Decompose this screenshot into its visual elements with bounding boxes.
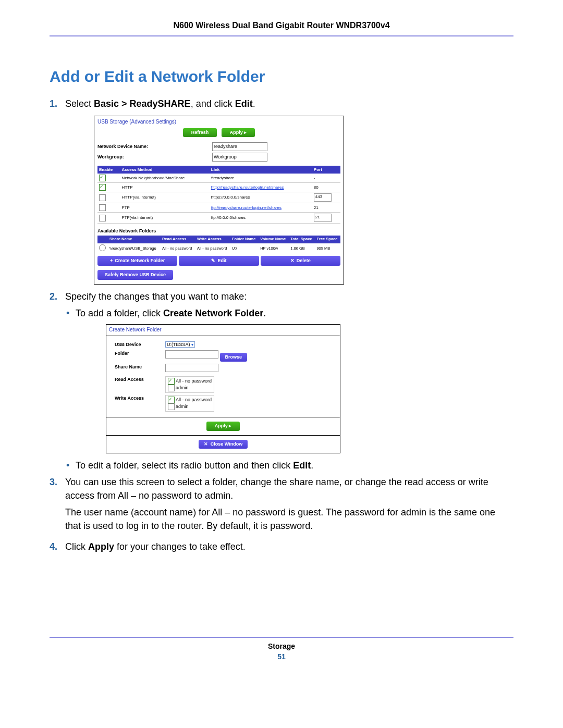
- read-all-checkbox[interactable]: [168, 378, 175, 385]
- panel2-title: Create Network Folder: [106, 325, 340, 336]
- enable-checkbox[interactable]: [99, 184, 106, 191]
- share-link[interactable]: http://readyshare.routerlogin.net/shares: [211, 185, 284, 190]
- table-row: Network Neighborhood/MacShare\\readyshar…: [97, 174, 340, 183]
- write-admin-checkbox[interactable]: [168, 403, 175, 410]
- table-row: HTTPhttp://readyshare.routerlogin.net/sh…: [97, 183, 340, 192]
- refresh-button[interactable]: Refresh: [183, 128, 217, 137]
- enable-checkbox[interactable]: [99, 175, 106, 181]
- enable-checkbox[interactable]: [99, 215, 106, 221]
- step-1: 1. Select Basic > ReadySHARE, and click …: [65, 97, 513, 285]
- read-admin-checkbox[interactable]: [168, 385, 175, 391]
- pencil-icon: ✎: [211, 257, 215, 264]
- folder-radio[interactable]: [99, 244, 106, 251]
- create-folder-panel: Create Network Folder USB DeviceU:(TESSA…: [106, 324, 340, 453]
- access-methods-table: Enable Access Method Link Port Network N…: [97, 166, 340, 224]
- apply2-button[interactable]: Apply: [206, 422, 240, 430]
- enable-checkbox[interactable]: [99, 194, 106, 201]
- browse-button[interactable]: Browse: [220, 353, 248, 362]
- panel1-title: USB Storage (Advanced Settings): [97, 118, 340, 126]
- safely-remove-button[interactable]: Safely Remove USB Device: [97, 270, 173, 280]
- usb-device-select[interactable]: U:(TESSA) ▾: [165, 341, 195, 348]
- table-row: FTPftp://readyshare.routerlogin.net/shar…: [97, 203, 340, 213]
- page-footer: Storage 51: [50, 637, 513, 661]
- x-icon: ✕: [290, 257, 295, 264]
- page-number: 51: [50, 652, 513, 661]
- step-4: 4. Click Apply for your changes to take …: [65, 540, 513, 553]
- x-icon: ✕: [204, 441, 208, 447]
- enable-checkbox[interactable]: [99, 204, 106, 211]
- write-all-checkbox[interactable]: [168, 397, 175, 403]
- step-3: 3. You can use this screen to select a f…: [65, 475, 513, 533]
- page-title: Add or Edit a Network Folder: [50, 68, 513, 85]
- folder-input[interactable]: [165, 350, 218, 359]
- delete-button[interactable]: ✕Delete: [261, 256, 340, 266]
- table-row: FTP(via internet)ftp://0.0.0.0/shares21: [97, 213, 340, 224]
- plus-icon: +: [110, 257, 113, 264]
- device-name-label: Network Device Name:: [97, 143, 212, 150]
- doc-header: N600 Wireless Dual Band Gigabit Router W…: [50, 21, 513, 36]
- step-2: 2. Specify the changes that you want to …: [65, 290, 513, 472]
- workgroup-label: Workgroup:: [97, 154, 212, 161]
- available-folders-label: Available Network Folders: [97, 228, 340, 235]
- folder-row: \\readyshare\USB_StorageAll - no passwor…: [97, 243, 340, 254]
- create-network-folder-button[interactable]: +Create Network Folder: [97, 256, 177, 266]
- footer-title: Storage: [50, 642, 513, 650]
- apply-button[interactable]: Apply: [222, 128, 255, 137]
- device-name-input[interactable]: [212, 142, 267, 151]
- table-row: HTTP(via internet)https://0.0.0.0/shares…: [97, 192, 340, 203]
- share-link[interactable]: ftp://readyshare.routerlogin.net/shares: [211, 205, 282, 210]
- edit-button[interactable]: ✎Edit: [179, 256, 259, 266]
- close-window-button[interactable]: ✕ Close Window: [199, 440, 248, 449]
- folders-table: Share NameRead AccessWrite AccessFolder …: [97, 236, 340, 254]
- chevron-down-icon: ▾: [191, 342, 193, 347]
- workgroup-input[interactable]: [212, 153, 267, 162]
- usb-storage-panel: USB Storage (Advanced Settings) Refresh …: [94, 116, 344, 285]
- share-name-input[interactable]: [165, 364, 218, 372]
